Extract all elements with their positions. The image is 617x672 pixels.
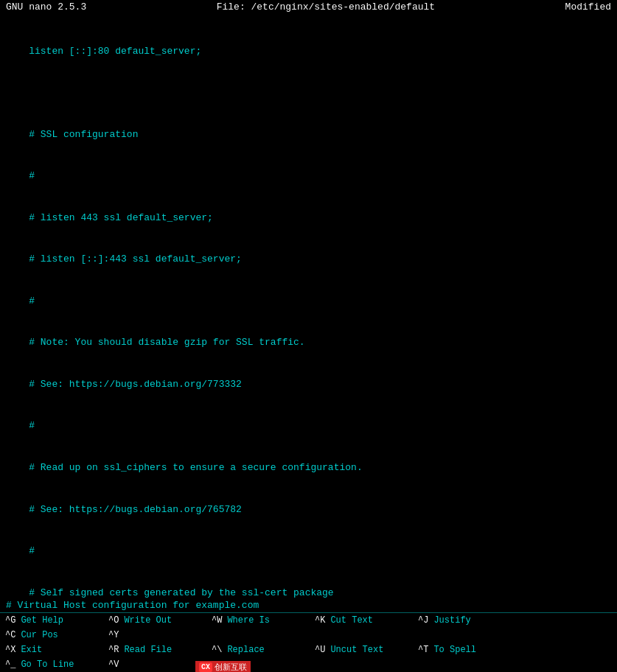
editor-line: # listen [::]:443 ssl default_server; — [6, 253, 611, 267]
footer-label: Write Out — [124, 615, 172, 626]
footer-item-write-out[interactable]: ^O Write Out — [103, 613, 206, 628]
editor-line: # — [6, 169, 611, 183]
editor-line: # — [6, 419, 611, 433]
footer-key: ^W — [209, 615, 224, 626]
footer-key: ^_ — [3, 659, 18, 671]
watermark: CX 创新互联 — [195, 661, 251, 672]
footer-item-cut-text[interactable]: ^K Cut Text — [310, 613, 413, 628]
footer-key: ^U — [313, 644, 327, 656]
editor-line: # — [6, 295, 611, 309]
footer-key: ^K — [313, 615, 327, 626]
footer-label: Go To Line — [21, 659, 74, 670]
editor-line: # — [6, 545, 611, 559]
footer-label: Cur Pos — [21, 630, 57, 640]
footer-key: ^O — [106, 615, 121, 626]
editor-area[interactable]: listen [::]:80 default_server; # SSL con… — [0, 14, 617, 598]
editor-line: # See: https://bugs.debian.org/773332 — [6, 378, 611, 392]
footer-item-read-file[interactable]: ^R Read File — [103, 643, 206, 657]
footer-key: ^T — [416, 644, 430, 656]
editor-line: listen [::]:80 default_server; — [6, 45, 611, 59]
footer-key: ^X — [3, 644, 18, 656]
footer-label: Read File — [124, 645, 172, 655]
footer-label: Cut Text — [330, 615, 373, 626]
footer-item-exit[interactable]: ^X Exit — [0, 643, 103, 657]
file-path: File: /etc/nginx/sites-enabled/default — [217, 1, 435, 13]
status-bar: # Virtual Host configuration for example… — [0, 598, 617, 612]
editor-line: # Note: You should disable gzip for SSL … — [6, 336, 611, 350]
footer-key: ^Y — [106, 629, 121, 641]
footer-key: ^C — [3, 629, 18, 641]
title-bar: GNU nano 2.5.3 File: /etc/nginx/sites-en… — [0, 0, 617, 14]
editor-line: # Read up on ssl_ciphers to ensure a sec… — [6, 461, 611, 475]
footer-key: ^V — [106, 659, 121, 671]
footer-row-1: ^G Get Help ^O Write Out ^W Where Is ^K … — [0, 613, 617, 643]
footer-label: Where Is — [227, 615, 270, 626]
editor-line: # See: https://bugs.debian.org/765782 — [6, 503, 611, 517]
footer-label: Exit — [21, 645, 42, 655]
footer-item-uncut-text[interactable]: ^U Uncut Text — [310, 643, 413, 657]
status-text: # Virtual Host configuration for example… — [6, 600, 259, 611]
footer-bar: ^G Get Help ^O Write Out ^W Where Is ^K … — [0, 612, 617, 672]
footer-item-get-help[interactable]: ^G Get Help — [0, 613, 103, 628]
editor-line — [6, 86, 611, 100]
footer-item-justify[interactable]: ^J Justify — [413, 613, 516, 628]
footer-label: Get Help — [21, 615, 63, 626]
footer-item-where-is[interactable]: ^W Where Is — [206, 613, 310, 628]
footer-key: ^\ — [209, 644, 224, 656]
footer-label: Replace — [227, 645, 264, 655]
editor-line: # Self signed certs generated by the ssl… — [6, 587, 611, 598]
editor-line: # SSL configuration — [6, 128, 611, 142]
footer-key: ^G — [3, 615, 18, 626]
footer-item-to-spell[interactable]: ^T To Spell — [413, 643, 516, 657]
footer-key: ^R — [106, 644, 121, 656]
footer-item-v[interactable]: ^V CX 创新互联 — [103, 657, 206, 672]
modified-status: Modified — [565, 1, 611, 13]
app-name: GNU nano 2.5.3 — [6, 1, 86, 13]
watermark-text: 创新互联 — [215, 662, 247, 672]
footer-item-replace[interactable]: ^\ Replace — [206, 643, 310, 657]
footer-item-y[interactable]: ^Y — [103, 628, 206, 643]
footer-row-2: ^X Exit ^R Read File ^\ Replace ^U Uncut… — [0, 643, 617, 672]
watermark-icon: CX — [199, 662, 212, 672]
footer-key: ^J — [416, 615, 430, 626]
footer-item-go-to-line[interactable]: ^_ Go To Line — [0, 657, 103, 672]
editor-line: # listen 443 ssl default_server; — [6, 211, 611, 225]
footer-label: Uncut Text — [330, 645, 383, 655]
footer-item-cur-pos[interactable]: ^C Cur Pos — [0, 628, 103, 643]
footer-label: To Spell — [433, 645, 476, 655]
footer-label: Justify — [433, 615, 470, 626]
